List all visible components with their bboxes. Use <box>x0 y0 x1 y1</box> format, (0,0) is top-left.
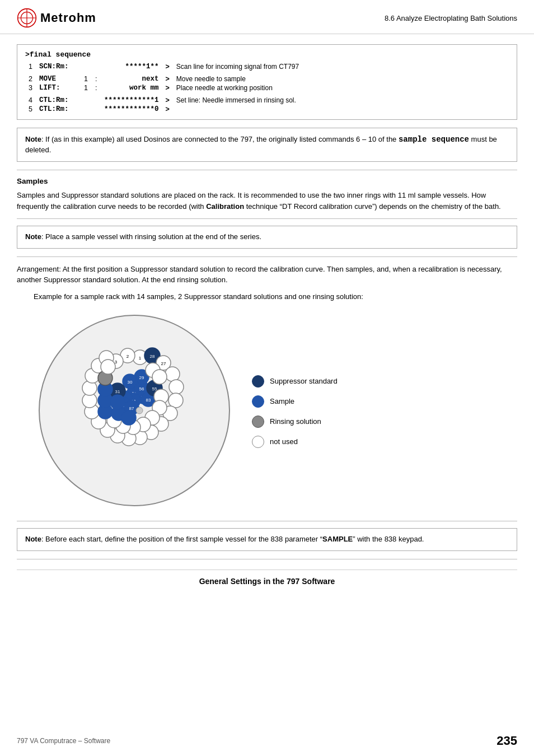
cmd-param2: *****1** <box>100 62 162 71</box>
svg-point-39 <box>165 367 180 381</box>
cmd-param1: 1 <box>81 74 92 83</box>
cmd-arrow: > <box>162 105 172 114</box>
legend-rinsing: Rinsing solution <box>252 416 338 428</box>
rack-area: 11 12 84 85 86 87 56 29 <box>34 310 517 513</box>
svg-point-71 <box>121 410 136 425</box>
cmd-param2: next <box>100 74 162 83</box>
command-table: 1 SCN:Rm: *****1** > Scan line for incom… <box>25 62 509 114</box>
footer-page: 235 <box>496 734 517 748</box>
note2-text: : Place a sample vessel with rinsing sol… <box>41 232 261 241</box>
legend-suppressor: Suppressor standard <box>252 375 338 388</box>
svg-text:56: 56 <box>139 386 144 391</box>
note3-text1: : Before each start, define the position… <box>41 535 322 543</box>
note1-label: Note <box>25 135 41 143</box>
note1-text1: : If (as in this example) all used Dosin… <box>41 135 399 143</box>
cmd-num: 1 <box>25 62 36 71</box>
cmd-colon <box>92 105 100 114</box>
note1-mono: sample sequence <box>399 135 469 144</box>
cmd-colon <box>92 62 100 71</box>
main-content: >final sequence 1 SCN:Rm: *****1** > Sca… <box>0 34 534 597</box>
table-row: 5 CTL:Rm: ************0 > <box>25 105 509 114</box>
legend-not-used: not used <box>252 436 338 448</box>
note-box-2: Note: Place a sample vessel with rinsing… <box>17 226 517 249</box>
svg-text:30: 30 <box>128 380 133 385</box>
cmd-arrow: > <box>162 62 172 71</box>
cmd-name: SCN:Rm: <box>36 62 81 71</box>
legend-label-not-used: not used <box>270 437 298 446</box>
logo-text: Metrohm <box>40 11 96 25</box>
cmd-param1 <box>81 96 92 105</box>
cmd-name: CTL:Rm: <box>36 96 81 105</box>
legend-label-rinsing: Rinsing solution <box>270 417 321 426</box>
cmd-desc: Place needle at working position <box>173 83 509 92</box>
svg-point-41 <box>168 393 183 408</box>
note-box-3: Note: Before each start, define the posi… <box>17 528 517 551</box>
svg-text:28: 28 <box>150 354 155 359</box>
cmd-param2: ************1 <box>100 96 162 105</box>
rack-svg: 11 12 84 85 86 87 56 29 <box>34 310 235 511</box>
note3-label: Note <box>25 535 41 543</box>
svg-text:29: 29 <box>139 375 144 380</box>
cmd-name: LIFT: <box>36 83 81 92</box>
divider-3 <box>17 256 517 257</box>
legend: Suppressor standard Sample Rinsing solut… <box>252 375 338 448</box>
command-box: >final sequence 1 SCN:Rm: *****1** > Sca… <box>17 44 517 120</box>
example-text: Example for a sample rack with 14 sample… <box>34 291 517 302</box>
page-footer: 797 VA Computrace – Software 235 <box>0 734 534 748</box>
note3-bold: SAMPLE <box>322 535 353 543</box>
cmd-desc: Scan line for incoming signal from CT797 <box>173 62 509 71</box>
svg-text:1: 1 <box>139 356 142 361</box>
svg-text:27: 27 <box>161 361 166 366</box>
samples-para1: Samples and Suppressor standard solution… <box>17 190 517 212</box>
cmd-param1: 1 <box>81 83 92 92</box>
cmd-num: 2 <box>25 74 36 83</box>
svg-point-40 <box>169 380 184 394</box>
divider-2 <box>17 218 517 219</box>
cmd-param1 <box>81 62 92 71</box>
cmd-colon: : <box>92 74 100 83</box>
general-settings-heading: General Settings in the 797 Software <box>17 570 517 586</box>
table-row: 4 CTL:Rm: ************1 > Set line: Need… <box>25 96 509 105</box>
section-title: 8.6 Analyze Electroplating Bath Solution… <box>385 14 517 22</box>
svg-text:31: 31 <box>115 389 120 394</box>
cmd-arrow: > <box>162 74 172 83</box>
legend-circle-not-used <box>252 436 264 448</box>
note-box-1: Note: If (as in this example) all used D… <box>17 128 517 162</box>
legend-circle-suppressor <box>252 375 264 388</box>
arrangement-para: Arrangement: At the first position a Sup… <box>17 264 517 286</box>
command-box-title: >final sequence <box>25 50 509 59</box>
legend-circle-sample <box>252 395 264 408</box>
cmd-num: 5 <box>25 105 36 114</box>
cmd-colon: : <box>92 83 100 92</box>
note2-label: Note <box>25 232 41 241</box>
cmd-param1 <box>81 105 92 114</box>
cmd-arrow: > <box>162 83 172 92</box>
page-header: Metrohm 8.6 Analyze Electroplating Bath … <box>0 0 534 34</box>
cmd-desc: Set line: Needle immersed in rinsing sol… <box>173 96 509 105</box>
table-row: 2 MOVE 1 : next > Move needle to sample <box>25 74 509 83</box>
cmd-name: MOVE <box>36 74 81 83</box>
cmd-param2: work mm <box>100 83 162 92</box>
cmd-arrow: > <box>162 96 172 105</box>
svg-point-72 <box>110 395 125 409</box>
metrohm-logo-icon <box>17 8 37 28</box>
cmd-num: 3 <box>25 83 36 92</box>
logo-area: Metrohm <box>17 8 96 28</box>
svg-point-69 <box>101 360 115 374</box>
svg-point-73 <box>136 407 143 414</box>
svg-text:83: 83 <box>146 398 151 403</box>
divider-4 <box>17 521 517 521</box>
table-row: 3 LIFT: 1 : work mm > Place needle at wo… <box>25 83 509 92</box>
legend-circle-rinsing <box>252 416 264 428</box>
cmd-param2: ************0 <box>100 105 162 114</box>
cmd-colon <box>92 96 100 105</box>
legend-sample: Sample <box>252 395 338 408</box>
samples-heading: Samples <box>17 177 517 185</box>
cmd-desc <box>173 105 509 114</box>
svg-text:2: 2 <box>127 354 129 359</box>
note3-text2: ” with the 838 keypad. <box>353 535 424 543</box>
legend-label-sample: Sample <box>270 397 294 405</box>
cmd-num: 4 <box>25 96 36 105</box>
footer-left: 797 VA Computrace – Software <box>17 737 110 745</box>
rack-diagram: 11 12 84 85 86 87 56 29 <box>34 310 235 513</box>
